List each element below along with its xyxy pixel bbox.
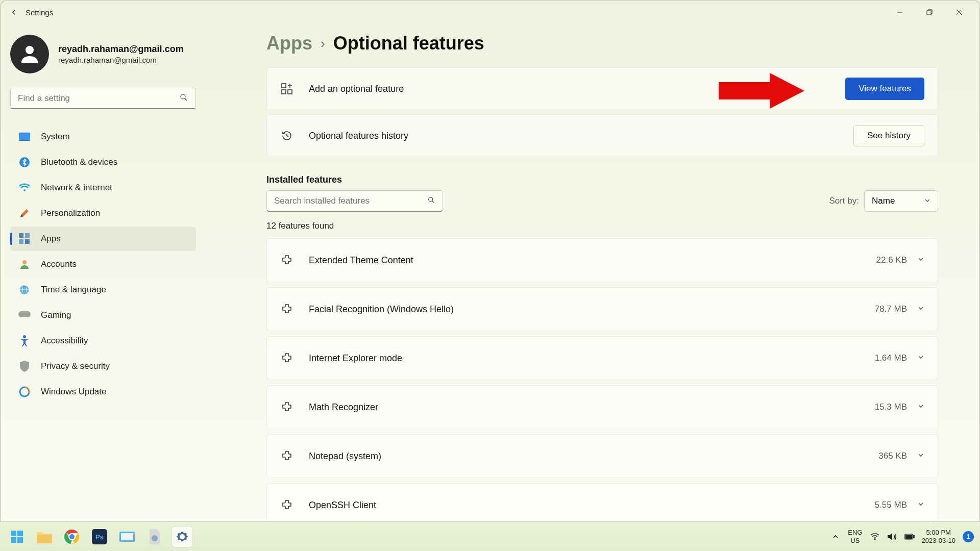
nav-personalization[interactable]: Personalization: [10, 201, 196, 226]
maximize-button[interactable]: [915, 3, 944, 22]
add-feature-card: Add an optional feature View features: [266, 67, 938, 110]
svg-rect-8: [19, 140, 30, 141]
svg-rect-41: [905, 535, 912, 538]
close-button[interactable]: [944, 3, 974, 22]
nav-label: Personalization: [41, 208, 100, 218]
svg-rect-11: [25, 233, 30, 238]
settings-search-input[interactable]: [18, 93, 179, 104]
svg-point-21: [429, 197, 433, 201]
feature-row[interactable]: Internet Explorer mode 1.64 MB: [266, 336, 938, 380]
nav-list: System Bluetooth & devices Network & int…: [10, 124, 196, 404]
puzzle-icon: [280, 400, 293, 414]
nav-label: Gaming: [41, 310, 71, 320]
nav-bluetooth[interactable]: Bluetooth & devices: [10, 150, 196, 174]
filter-row: Sort by: Name: [266, 190, 938, 212]
app-icon-2[interactable]: [144, 526, 165, 547]
svg-line-22: [432, 201, 434, 203]
view-features-button[interactable]: View features: [845, 78, 924, 100]
feature-list: Extended Theme Content 22.6 KB Facial Re…: [266, 238, 938, 527]
svg-point-5: [181, 94, 185, 99]
sort-control: Sort by: Name: [829, 190, 938, 212]
nav-accounts[interactable]: Accounts: [10, 252, 196, 277]
feature-size: 5.55 MB: [875, 500, 907, 510]
profile-email: reyadh.rahaman@gmail.com: [58, 56, 184, 64]
puzzle-icon: [280, 303, 293, 316]
nav-network[interactable]: Network & internet: [10, 176, 196, 200]
svg-rect-40: [913, 535, 914, 538]
system-tray: ENG US 5:00 PM 2023-03-10 1: [830, 529, 974, 544]
nav-label: Apps: [41, 234, 61, 244]
feature-name: Internet Explorer mode: [309, 353, 402, 364]
chevron-down-icon: [917, 305, 924, 314]
svg-rect-27: [17, 537, 23, 543]
back-button[interactable]: [6, 5, 21, 20]
photoshop-icon[interactable]: Ps: [89, 526, 110, 547]
nav-privacy[interactable]: Privacy & security: [10, 354, 196, 379]
profile-block[interactable]: reyadh.rahaman@gmail.com reyadh.rahaman@…: [10, 35, 196, 73]
feature-size: 365 KB: [878, 451, 907, 461]
nav-apps[interactable]: Apps: [10, 227, 196, 251]
sort-label: Sort by:: [829, 196, 859, 206]
svg-rect-24: [11, 531, 16, 536]
notification-badge[interactable]: 1: [963, 531, 974, 542]
titlebar: Settings: [1, 1, 979, 23]
svg-line-6: [185, 98, 187, 101]
nav-time-language[interactable]: Time & language: [10, 278, 196, 302]
settings-window: Settings reyadh.rahaman@gmail.com reyad: [1, 1, 979, 551]
settings-search[interactable]: [10, 88, 196, 109]
window-controls: [885, 3, 974, 22]
tray-overflow-icon[interactable]: [830, 532, 841, 542]
svg-rect-28: [37, 535, 52, 543]
nav-system[interactable]: System: [10, 124, 196, 149]
features-search[interactable]: [266, 190, 443, 212]
feature-row[interactable]: OpenSSH Client 5.55 MB: [266, 483, 938, 527]
volume-tray-icon[interactable]: [887, 532, 897, 542]
puzzle-icon: [280, 449, 293, 463]
nav-label: Network & internet: [41, 183, 112, 193]
start-button[interactable]: [6, 526, 28, 547]
taskbar: Ps ENG US 5:00 PM 2023-03-10 1: [0, 521, 980, 551]
svg-point-16: [23, 335, 26, 338]
breadcrumb-parent[interactable]: Apps: [266, 33, 312, 54]
brush-icon: [18, 207, 31, 219]
chevron-down-icon: [917, 256, 924, 265]
svg-point-38: [874, 539, 875, 540]
feature-name: OpenSSH Client: [309, 500, 376, 511]
shield-icon: [18, 360, 31, 372]
battery-tray-icon[interactable]: [904, 532, 915, 542]
chevron-right-icon: ›: [321, 36, 325, 52]
chrome-icon[interactable]: [61, 526, 83, 547]
accessibility-icon: [18, 335, 31, 347]
nav-windows-update[interactable]: Windows Update: [10, 380, 196, 404]
nav-label: System: [41, 132, 70, 142]
features-search-input[interactable]: [274, 196, 427, 206]
chevron-down-icon: [917, 500, 924, 510]
sort-select[interactable]: Name: [864, 190, 938, 212]
feature-name: Extended Theme Content: [309, 255, 413, 266]
breadcrumb-current: Optional features: [333, 33, 484, 54]
svg-rect-12: [19, 239, 23, 244]
wifi-tray-icon[interactable]: [870, 532, 880, 542]
feature-row[interactable]: Facial Recognition (Windows Hello) 78.7 …: [266, 287, 938, 331]
language-indicator[interactable]: ENG US: [848, 529, 862, 544]
search-icon: [179, 93, 188, 104]
clock-globe-icon: [18, 284, 31, 296]
svg-rect-13: [25, 239, 30, 244]
svg-text:Ps: Ps: [95, 533, 104, 541]
file-explorer-icon[interactable]: [34, 526, 55, 547]
feature-row[interactable]: Notepad (system) 365 KB: [266, 434, 938, 478]
see-history-button[interactable]: See history: [853, 125, 924, 146]
app-icon-1[interactable]: [116, 526, 138, 547]
feature-row[interactable]: Math Recognizer 15.3 MB: [266, 385, 938, 429]
minimize-button[interactable]: [885, 3, 915, 22]
feature-size: 15.3 MB: [875, 402, 907, 412]
nav-label: Privacy & security: [41, 361, 110, 371]
nav-gaming[interactable]: Gaming: [10, 303, 196, 328]
nav-accessibility[interactable]: Accessibility: [10, 329, 196, 353]
add-feature-label: Add an optional feature: [309, 84, 404, 94]
settings-app-icon[interactable]: [172, 526, 193, 547]
main-content: Apps › Optional features Add an optional…: [205, 23, 979, 550]
feature-row[interactable]: Extended Theme Content 22.6 KB: [266, 238, 938, 282]
clock[interactable]: 5:00 PM 2023-03-10: [922, 529, 956, 544]
svg-point-4: [26, 46, 34, 54]
